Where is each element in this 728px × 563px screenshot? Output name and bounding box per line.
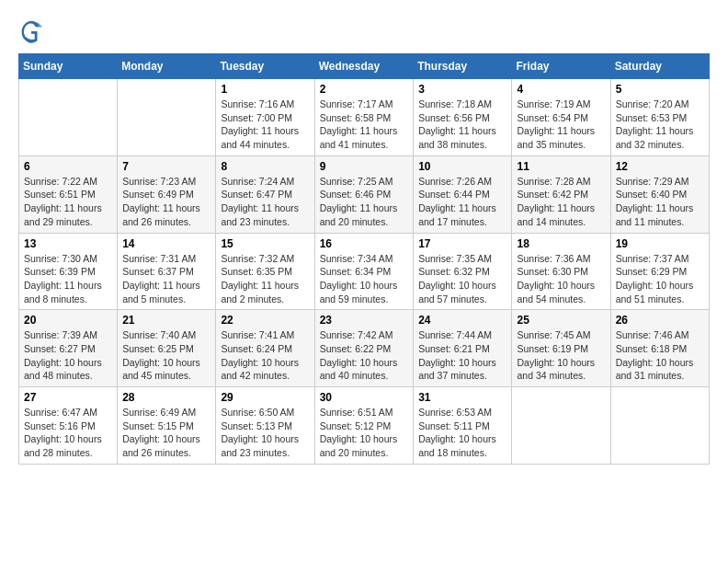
calendar-body: 1Sunrise: 7:16 AM Sunset: 7:00 PM Daylig… [19,79,710,465]
calendar-cell: 27Sunrise: 6:47 AM Sunset: 5:16 PM Dayli… [19,387,118,465]
day-info: Sunrise: 7:42 AM Sunset: 6:22 PM Dayligh… [320,328,409,383]
day-info: Sunrise: 7:22 AM Sunset: 6:51 PM Dayligh… [24,175,112,229]
day-number: 12 [616,160,704,173]
header-day-sunday: Sunday [19,54,118,79]
day-number: 1 [221,83,309,96]
day-info: Sunrise: 7:31 AM Sunset: 6:37 PM Dayligh… [122,252,210,306]
header-row: SundayMondayTuesdayWednesdayThursdayFrid… [19,54,710,79]
day-number: 22 [221,314,309,327]
day-info: Sunrise: 7:19 AM Sunset: 6:54 PM Dayligh… [517,98,605,152]
calendar-cell: 8Sunrise: 7:24 AM Sunset: 6:47 PM Daylig… [216,155,314,233]
calendar-cell [19,79,118,156]
calendar-cell: 5Sunrise: 7:20 AM Sunset: 6:53 PM Daylig… [610,79,709,156]
day-number: 18 [517,237,605,250]
calendar-cell [118,79,216,156]
header-day-friday: Friday [512,54,610,79]
calendar-cell: 25Sunrise: 7:45 AM Sunset: 6:19 PM Dayli… [512,310,610,387]
calendar-cell: 10Sunrise: 7:26 AM Sunset: 6:44 PM Dayli… [414,155,512,233]
calendar-cell: 18Sunrise: 7:36 AM Sunset: 6:30 PM Dayli… [512,233,610,310]
day-number: 24 [418,314,506,327]
header-day-monday: Monday [118,54,216,79]
header-day-wednesday: Wednesday [314,54,414,79]
day-number: 23 [320,314,409,327]
calendar-cell: 9Sunrise: 7:25 AM Sunset: 6:46 PM Daylig… [314,155,414,233]
calendar-cell: 31Sunrise: 6:53 AM Sunset: 5:11 PM Dayli… [414,387,512,465]
day-number: 11 [517,160,605,173]
day-number: 6 [24,160,112,173]
day-number: 19 [616,237,704,250]
day-info: Sunrise: 7:29 AM Sunset: 6:40 PM Dayligh… [616,175,704,229]
day-info: Sunrise: 7:28 AM Sunset: 6:42 PM Dayligh… [517,175,605,229]
day-info: Sunrise: 7:20 AM Sunset: 6:53 PM Dayligh… [616,98,704,152]
day-info: Sunrise: 7:41 AM Sunset: 6:24 PM Dayligh… [221,328,309,383]
calendar-cell: 16Sunrise: 7:34 AM Sunset: 6:34 PM Dayli… [314,233,414,310]
calendar-cell: 29Sunrise: 6:50 AM Sunset: 5:13 PM Dayli… [216,387,314,465]
day-number: 17 [418,237,506,250]
week-row-3: 20Sunrise: 7:39 AM Sunset: 6:27 PM Dayli… [19,310,710,387]
calendar-table: SundayMondayTuesdayWednesdayThursdayFrid… [18,53,710,465]
calendar-cell: 4Sunrise: 7:19 AM Sunset: 6:54 PM Daylig… [512,79,610,156]
day-info: Sunrise: 7:26 AM Sunset: 6:44 PM Dayligh… [418,175,506,229]
day-info: Sunrise: 7:37 AM Sunset: 6:29 PM Dayligh… [616,252,704,306]
day-info: Sunrise: 7:44 AM Sunset: 6:21 PM Dayligh… [418,328,506,383]
day-info: Sunrise: 7:46 AM Sunset: 6:18 PM Dayligh… [616,328,704,383]
day-number: 27 [24,391,112,404]
calendar-cell: 7Sunrise: 7:23 AM Sunset: 6:49 PM Daylig… [118,155,216,233]
day-number: 5 [616,83,704,96]
calendar-cell: 21Sunrise: 7:40 AM Sunset: 6:25 PM Dayli… [118,310,216,387]
day-info: Sunrise: 7:30 AM Sunset: 6:39 PM Dayligh… [24,252,112,306]
calendar-cell [512,387,610,465]
day-info: Sunrise: 6:47 AM Sunset: 5:16 PM Dayligh… [24,406,112,460]
header-day-tuesday: Tuesday [216,54,314,79]
day-number: 29 [221,391,309,404]
day-number: 30 [320,391,409,404]
week-row-0: 1Sunrise: 7:16 AM Sunset: 7:00 PM Daylig… [19,79,710,156]
calendar-cell: 23Sunrise: 7:42 AM Sunset: 6:22 PM Dayli… [314,310,414,387]
calendar-cell: 13Sunrise: 7:30 AM Sunset: 6:39 PM Dayli… [19,233,118,310]
day-info: Sunrise: 6:50 AM Sunset: 5:13 PM Dayligh… [221,406,309,460]
day-info: Sunrise: 7:25 AM Sunset: 6:46 PM Dayligh… [320,175,409,229]
calendar-cell: 22Sunrise: 7:41 AM Sunset: 6:24 PM Dayli… [216,310,314,387]
day-info: Sunrise: 7:36 AM Sunset: 6:30 PM Dayligh… [517,252,605,306]
day-number: 3 [418,83,506,96]
day-info: Sunrise: 7:24 AM Sunset: 6:47 PM Dayligh… [221,175,309,229]
calendar-cell: 26Sunrise: 7:46 AM Sunset: 6:18 PM Dayli… [610,310,709,387]
day-number: 20 [24,314,112,327]
day-info: Sunrise: 7:34 AM Sunset: 6:34 PM Dayligh… [320,252,409,306]
day-number: 21 [122,314,210,327]
day-number: 8 [221,160,309,173]
calendar-header: SundayMondayTuesdayWednesdayThursdayFrid… [19,54,710,79]
page-header [18,18,710,44]
day-info: Sunrise: 7:23 AM Sunset: 6:49 PM Dayligh… [122,175,210,229]
header-day-saturday: Saturday [610,54,709,79]
week-row-4: 27Sunrise: 6:47 AM Sunset: 5:16 PM Dayli… [19,387,710,465]
day-info: Sunrise: 7:40 AM Sunset: 6:25 PM Dayligh… [122,328,210,383]
day-number: 28 [122,391,210,404]
day-info: Sunrise: 6:53 AM Sunset: 5:11 PM Dayligh… [418,406,506,460]
day-info: Sunrise: 7:18 AM Sunset: 6:56 PM Dayligh… [418,98,506,152]
calendar-cell: 17Sunrise: 7:35 AM Sunset: 6:32 PM Dayli… [414,233,512,310]
calendar-cell: 1Sunrise: 7:16 AM Sunset: 7:00 PM Daylig… [216,79,314,156]
calendar-cell: 24Sunrise: 7:44 AM Sunset: 6:21 PM Dayli… [414,310,512,387]
day-number: 15 [221,237,309,250]
calendar-cell: 30Sunrise: 6:51 AM Sunset: 5:12 PM Dayli… [314,387,414,465]
day-number: 10 [418,160,506,173]
day-number: 2 [320,83,409,96]
header-day-thursday: Thursday [414,54,512,79]
day-info: Sunrise: 7:45 AM Sunset: 6:19 PM Dayligh… [517,328,605,383]
day-number: 13 [24,237,112,250]
calendar-cell [610,387,709,465]
day-number: 9 [320,160,409,173]
logo-icon [18,18,44,44]
day-info: Sunrise: 7:39 AM Sunset: 6:27 PM Dayligh… [24,328,112,383]
calendar-cell: 11Sunrise: 7:28 AM Sunset: 6:42 PM Dayli… [512,155,610,233]
logo [18,18,48,44]
day-info: Sunrise: 7:35 AM Sunset: 6:32 PM Dayligh… [418,252,506,306]
day-info: Sunrise: 6:49 AM Sunset: 5:15 PM Dayligh… [122,406,210,460]
week-row-1: 6Sunrise: 7:22 AM Sunset: 6:51 PM Daylig… [19,155,710,233]
calendar-cell: 28Sunrise: 6:49 AM Sunset: 5:15 PM Dayli… [118,387,216,465]
calendar-cell: 6Sunrise: 7:22 AM Sunset: 6:51 PM Daylig… [19,155,118,233]
calendar-cell: 15Sunrise: 7:32 AM Sunset: 6:35 PM Dayli… [216,233,314,310]
day-number: 26 [616,314,704,327]
day-info: Sunrise: 7:32 AM Sunset: 6:35 PM Dayligh… [221,252,309,306]
